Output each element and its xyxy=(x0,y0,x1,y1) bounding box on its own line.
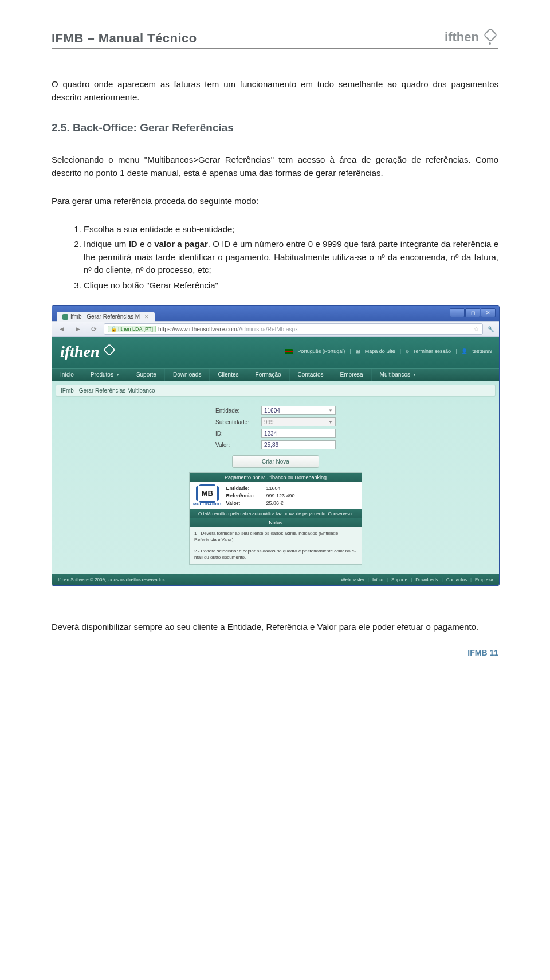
input-id[interactable] xyxy=(261,429,336,438)
flag-icon xyxy=(285,349,293,354)
ent-label: Entidade: xyxy=(226,485,266,491)
footer-copy: Ifthen Software © 2009, todos os direito… xyxy=(58,577,166,582)
ifthen-logo: ifthen xyxy=(445,29,498,46)
footer-link[interactable]: Empresa xyxy=(475,577,493,582)
talao-note: O talão emitido pela caixa automática fa… xyxy=(190,509,362,518)
input-valor[interactable] xyxy=(261,440,336,449)
footer-link[interactable]: Início xyxy=(372,577,383,582)
note-1: 1 - Deverá fornecer ao seu cliente os da… xyxy=(194,531,357,543)
val-value: 25.86 € xyxy=(266,500,295,506)
nav-forward-icon[interactable]: ► xyxy=(72,324,84,334)
step-1: Escolha a sua entidade e sub-entidade; xyxy=(84,223,498,236)
utility-links: Português (Portugal)| ⊞ Mapa do Site| ⎋ … xyxy=(285,348,492,354)
tab-title: Ifmb - Gerar Referências M xyxy=(70,313,140,320)
footer-link[interactable]: Contactos xyxy=(446,577,467,582)
paragraph-3: Para gerar uma referência proceda do seg… xyxy=(52,194,498,207)
paragraph-1: O quadro onde aparecem as faturas tem um… xyxy=(52,77,498,104)
svg-rect-0 xyxy=(484,29,497,41)
menu-clientes[interactable]: Clientes xyxy=(210,369,247,381)
app-logo: ifthen xyxy=(60,343,116,361)
form-area: Entidade: 11604▼ Subentidade: 999▼ ID: V… xyxy=(52,400,499,567)
ref-label: Referência: xyxy=(226,493,266,499)
menu-suporte[interactable]: Suporte xyxy=(128,369,165,381)
ref-value: 999 123 490 xyxy=(266,493,295,499)
bookmark-star-icon[interactable]: ☆ xyxy=(474,326,479,332)
footer-link[interactable]: Webmaster xyxy=(341,577,364,582)
nav-reload-icon[interactable]: ⟳ xyxy=(88,324,100,334)
multibanco-logo: MB MULTIBANCO xyxy=(193,486,222,506)
window-minimize-icon[interactable]: — xyxy=(450,308,465,317)
section-heading: 2.5. Back-Office: Gerar Referências xyxy=(52,119,498,136)
sitemap-icon: ⊞ xyxy=(356,348,360,354)
app-footer: Ifthen Software © 2009, todos os direito… xyxy=(52,574,499,585)
chevron-down-icon: ▼ xyxy=(412,373,417,377)
browser-tab[interactable]: Ifmb - Gerar Referências M ✕ xyxy=(57,312,155,322)
criar-nova-button[interactable]: Criar Nova xyxy=(232,455,319,468)
wrench-icon[interactable]: 🔧 xyxy=(486,326,496,332)
tab-favicon-icon xyxy=(62,314,68,320)
menu-inicio[interactable]: Início xyxy=(52,369,82,381)
svg-point-1 xyxy=(489,42,491,45)
logout-link[interactable]: Terminar sessão xyxy=(413,348,451,354)
window-close-icon[interactable]: ✕ xyxy=(481,308,496,317)
user-icon: 👤 xyxy=(461,348,467,354)
mb-mark-icon: MB xyxy=(196,486,219,501)
combo-subentidade[interactable]: 999▼ xyxy=(261,417,336,426)
menu-multibancos[interactable]: Multibancos▼ xyxy=(372,369,425,381)
steps-list: Escolha a sua entidade e sub-entidade; I… xyxy=(52,223,498,292)
combo-entidade[interactable]: 11604▼ xyxy=(261,406,336,415)
app-header: ifthen Português (Portugal)| ⊞ Mapa do S… xyxy=(52,337,499,368)
panel-header: Pagamento por Multibanco ou Homebanking xyxy=(190,473,362,482)
paragraph-2: Selecionando o menu "Multibancos>Gerar R… xyxy=(52,153,498,180)
paragraph-4: Deverá disponibilizar sempre ao seu clie… xyxy=(52,620,498,633)
menu-empresa[interactable]: Empresa xyxy=(332,369,372,381)
page-title: IFMB – Manual Técnico xyxy=(52,31,197,46)
address-bar[interactable]: 🔒 Ifthen LDA [PT] https://www.ifthensoft… xyxy=(104,323,483,335)
browser-toolbar: ◄ ► ⟳ 🔒 Ifthen LDA [PT] https://www.ifth… xyxy=(52,321,499,337)
user-link[interactable]: teste999 xyxy=(472,348,492,354)
page-header: IFMB – Manual Técnico ifthen xyxy=(52,29,498,49)
url-text: https://www.ifthensoftware.com/Administr… xyxy=(158,326,298,332)
label-valor: Valor: xyxy=(215,442,257,448)
menu-contactos[interactable]: Contactos xyxy=(290,369,332,381)
label-subentidade: Subentidade: xyxy=(215,419,257,425)
label-entidade: Entidade: xyxy=(215,407,257,414)
ent-value: 11604 xyxy=(266,485,295,491)
chevron-down-icon: ▼ xyxy=(116,373,120,377)
tab-close-icon[interactable]: ✕ xyxy=(144,314,149,320)
step-2: Indique um ID e o valor a pagar. O ID é … xyxy=(84,238,498,277)
nav-back-icon[interactable]: ◄ xyxy=(56,324,68,334)
window-maximize-icon[interactable]: ◻ xyxy=(465,308,480,317)
note-2: 2 - Poderá selecionar e copiar os dados … xyxy=(194,548,357,560)
chevron-down-icon: ▼ xyxy=(328,408,333,413)
svg-rect-2 xyxy=(104,344,116,355)
logout-icon: ⎋ xyxy=(406,348,408,354)
breadcrumb: IFmb - Gerar Referências Multibanco xyxy=(56,385,496,397)
result-panel: Pagamento por Multibanco ou Homebanking … xyxy=(189,472,362,565)
lang-link[interactable]: Português (Portugal) xyxy=(297,348,345,354)
browser-window: Ifmb - Gerar Referências M ✕ — ◻ ✕ ◄ ► ⟳… xyxy=(52,305,500,586)
menu-formacao[interactable]: Formação xyxy=(247,369,290,381)
main-menu: Início Produtos▼ Suporte Downloads Clien… xyxy=(52,368,499,381)
footer-link[interactable]: Downloads xyxy=(415,577,438,582)
menu-produtos[interactable]: Produtos▼ xyxy=(82,369,128,381)
label-id: ID: xyxy=(215,430,257,437)
sitemap-link[interactable]: Mapa do Site xyxy=(365,348,395,354)
step-3: Clique no botão "Gerar Referência" xyxy=(84,279,498,292)
chevron-down-icon: ▼ xyxy=(328,420,333,425)
ssl-chip: 🔒 Ifthen LDA [PT] xyxy=(108,326,156,332)
browser-titlebar: Ifmb - Gerar Referências M ✕ — ◻ ✕ xyxy=(52,306,499,321)
val-label: Valor: xyxy=(226,500,266,506)
diamond-icon xyxy=(481,29,498,46)
page-number: IFMB 11 xyxy=(52,648,498,657)
menu-downloads[interactable]: Downloads xyxy=(165,369,210,381)
notes-header: Notas xyxy=(190,518,362,527)
footer-link[interactable]: Suporte xyxy=(391,577,407,582)
